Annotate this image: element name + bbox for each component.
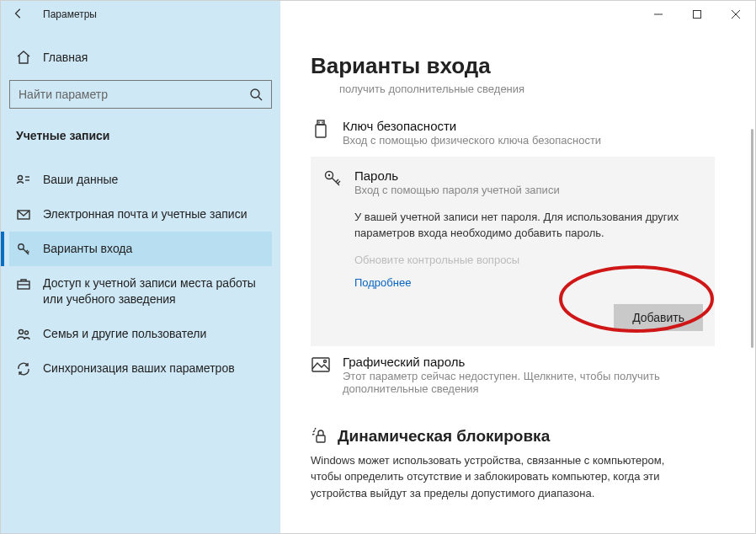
sidebar: Главная Учетные записи Ваши данные Элект… [1, 28, 280, 533]
svg-rect-14 [316, 125, 326, 137]
scrollbar[interactable] [751, 129, 753, 365]
maximize-icon [693, 10, 701, 19]
key-icon [322, 168, 343, 189]
arrow-left-icon [13, 8, 24, 19]
sidebar-item-your-info[interactable]: Ваши данные [9, 163, 272, 197]
scrollbar-thumb[interactable] [751, 129, 753, 348]
search-input[interactable] [19, 88, 249, 101]
svg-rect-21 [317, 435, 325, 442]
maximize-button[interactable] [678, 1, 716, 28]
sidebar-item-label: Электронная почта и учетные записи [43, 206, 265, 222]
option-subtitle: Этот параметр сейчас недоступен. Щелкнит… [343, 370, 715, 395]
password-description: У вашей учетной записи нет пароля. Для и… [354, 210, 703, 242]
sidebar-item-label: Семья и другие пользователи [43, 326, 265, 342]
sidebar-item-sync[interactable]: Синхронизация ваших параметров [9, 351, 272, 386]
password-panel: Пароль Вход с помощью пароля учетной зап… [311, 157, 715, 346]
dynamic-lock-description: Windows может использовать устройства, с… [311, 452, 715, 502]
sidebar-home-label: Главная [43, 51, 88, 64]
sidebar-item-family[interactable]: Семья и другие пользователи [9, 317, 272, 351]
people-icon [16, 327, 31, 342]
main-content: Варианты входа получить дополнительные с… [280, 28, 755, 533]
option-subtitle: Вход с помощью физического ключа безопас… [343, 134, 715, 147]
person-card-icon [16, 173, 31, 188]
sidebar-home[interactable]: Главная [9, 45, 272, 70]
usb-key-icon [311, 119, 331, 139]
option-title: Пароль [354, 168, 703, 183]
password-more-link[interactable]: Подробнее [354, 276, 703, 289]
option-picture-password[interactable]: Графический пароль Этот параметр сейчас … [311, 346, 715, 403]
picture-icon [311, 355, 331, 375]
top-info-link: получить дополнительные сведения [339, 83, 715, 95]
svg-point-20 [324, 360, 327, 362]
search-icon [249, 88, 263, 101]
svg-rect-13 [317, 120, 324, 125]
dynamic-lock-heading-text: Динамическая блокировка [338, 427, 550, 446]
svg-rect-1 [694, 11, 701, 19]
window-title: Параметры [43, 8, 97, 20]
svg-point-8 [19, 244, 24, 249]
option-subtitle: Вход с помощью пароля учетной записи [354, 184, 703, 196]
key-icon [16, 242, 31, 257]
dynamic-lock-icon [311, 427, 329, 446]
back-button[interactable] [13, 8, 24, 22]
sidebar-item-label: Синхронизация ваших параметров [43, 360, 265, 376]
sidebar-item-work-school[interactable]: Доступ к учетной записи места работы или… [9, 266, 272, 317]
briefcase-icon [16, 276, 31, 291]
sidebar-item-email-accounts[interactable]: Электронная почта и учетные записи [9, 197, 272, 232]
sidebar-search[interactable] [9, 80, 272, 109]
svg-point-12 [25, 331, 29, 334]
close-button[interactable] [716, 1, 755, 28]
page-title: Варианты входа [311, 53, 715, 79]
sidebar-item-label: Варианты входа [43, 241, 265, 257]
svg-line-3 [258, 97, 262, 100]
option-security-key[interactable]: Ключ безопасности Вход с помощью физичес… [311, 110, 715, 155]
svg-point-11 [19, 329, 24, 334]
option-title: Графический пароль [343, 355, 715, 369]
svg-rect-19 [312, 358, 329, 371]
svg-point-18 [328, 174, 330, 176]
close-icon [732, 10, 740, 19]
home-icon [16, 50, 31, 65]
sidebar-item-signin-options[interactable]: Варианты входа [9, 232, 272, 266]
password-questions-link: Обновите контрольные вопросы [354, 254, 703, 266]
option-password[interactable]: Пароль Вход с помощью пароля учетной зап… [322, 168, 703, 205]
sidebar-section-title: Учетные записи [9, 124, 272, 154]
dynamic-lock-heading: Динамическая блокировка [311, 427, 715, 446]
svg-point-4 [19, 176, 23, 180]
add-password-button[interactable]: Добавить [614, 304, 703, 331]
option-title: Ключ безопасности [343, 119, 715, 133]
svg-point-2 [251, 89, 259, 98]
mail-icon [16, 207, 31, 222]
sidebar-item-label: Ваши данные [43, 172, 265, 188]
minimize-icon [654, 10, 663, 19]
minimize-button[interactable] [639, 1, 678, 28]
sidebar-item-label: Доступ к учетной записи места работы или… [43, 275, 265, 307]
window-titlebar: Параметры [1, 1, 755, 28]
sync-icon [16, 361, 31, 376]
